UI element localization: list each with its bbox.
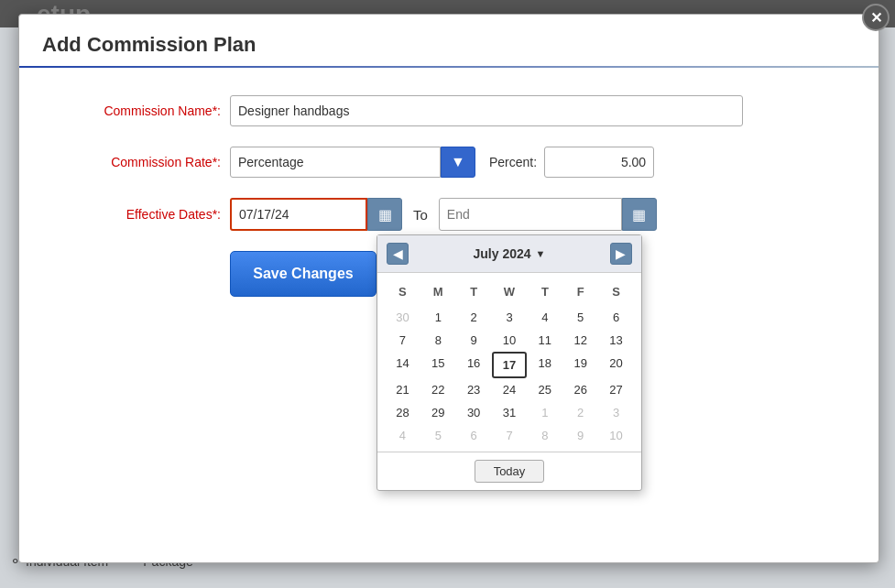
- day-header-m: M: [420, 282, 456, 301]
- cal-day[interactable]: 30: [456, 401, 492, 424]
- cal-day[interactable]: 16: [456, 352, 492, 378]
- cal-day[interactable]: 29: [420, 401, 456, 424]
- calendar-icon: ▦: [378, 206, 392, 223]
- cal-day[interactable]: 2: [456, 306, 492, 329]
- cal-day[interactable]: 27: [598, 378, 634, 401]
- form-area: Commission Name*: Commission Rate*: ▼ Pe…: [19, 86, 879, 306]
- end-date-input[interactable]: [439, 198, 622, 231]
- left-arrow-icon: ◀: [393, 246, 403, 261]
- cal-day[interactable]: 21: [385, 378, 420, 401]
- modal-divider: [19, 66, 879, 68]
- calendar-header: ◀ July 2024 ▼ ▶: [377, 235, 641, 273]
- cal-day[interactable]: 18: [527, 352, 562, 378]
- cal-day[interactable]: 24: [492, 378, 528, 401]
- month-year-text: July 2024: [474, 246, 531, 261]
- to-label: To: [413, 207, 428, 223]
- cal-day[interactable]: 22: [420, 378, 456, 401]
- day-header-t1: T: [456, 282, 492, 301]
- today-button[interactable]: Today: [475, 460, 545, 483]
- cal-day[interactable]: 2: [562, 401, 598, 424]
- cal-day[interactable]: 9: [456, 329, 492, 352]
- commission-name-row: Commission Name*:: [47, 95, 851, 126]
- cal-day[interactable]: 6: [456, 424, 492, 447]
- modal-title: Add Commission Plan: [19, 15, 879, 66]
- modal-dialog: ✕ Add Commission Plan Commission Name*: …: [18, 14, 879, 563]
- cal-day[interactable]: 15: [420, 352, 456, 378]
- day-header-s1: S: [385, 282, 420, 301]
- calendar-popup: ◀ July 2024 ▼ ▶ S M: [377, 234, 642, 491]
- cal-day[interactable]: 4: [527, 306, 562, 329]
- close-button[interactable]: ✕: [862, 4, 890, 31]
- cal-day[interactable]: 3: [598, 401, 634, 424]
- start-calendar-button[interactable]: ▦: [367, 198, 402, 231]
- save-changes-button[interactable]: Save Changes: [230, 251, 377, 297]
- dropdown-arrow-icon: ▼: [451, 154, 465, 170]
- month-year-title: July 2024 ▼: [474, 246, 546, 261]
- commission-rate-row: Commission Rate*: ▼ Percent:: [47, 147, 851, 178]
- rate-dropdown-button[interactable]: ▼: [441, 147, 475, 178]
- cal-day[interactable]: 19: [562, 352, 598, 378]
- day-header-f: F: [562, 282, 598, 301]
- days-header: S M T W T F S: [385, 278, 634, 306]
- cal-day[interactable]: 4: [385, 424, 420, 447]
- start-date-input[interactable]: [230, 198, 367, 231]
- effective-dates-row: Effective Dates*: ▦ To ▦: [47, 198, 851, 231]
- calendar-icon-2: ▦: [632, 206, 646, 223]
- next-month-button[interactable]: ▶: [610, 243, 632, 265]
- cal-day[interactable]: 10: [492, 329, 528, 352]
- cal-day[interactable]: 8: [527, 424, 562, 447]
- commission-name-label: Commission Name*:: [47, 103, 230, 118]
- cal-day[interactable]: 26: [562, 378, 598, 401]
- calendar-days: 30 1 2 3 4 5 6 7 8 9 10 11: [385, 306, 634, 447]
- close-icon: ✕: [870, 9, 882, 27]
- effective-dates-label: Effective Dates*:: [47, 207, 230, 222]
- cal-day[interactable]: 14: [385, 352, 420, 378]
- end-date-wrapper: ▦: [439, 198, 657, 231]
- cal-day[interactable]: 20: [598, 352, 634, 378]
- cal-day[interactable]: 28: [385, 401, 420, 424]
- cal-day[interactable]: 1: [420, 306, 456, 329]
- cal-day[interactable]: 7: [385, 329, 420, 352]
- cal-day[interactable]: 31: [492, 401, 528, 424]
- day-header-w: W: [492, 282, 528, 301]
- day-header-s2: S: [598, 282, 634, 301]
- end-calendar-button[interactable]: ▦: [622, 198, 657, 231]
- cal-day[interactable]: 3: [492, 306, 528, 329]
- cal-day[interactable]: 12: [562, 329, 598, 352]
- cal-day[interactable]: 5: [562, 306, 598, 329]
- month-dropdown-arrow-icon[interactable]: ▼: [536, 248, 546, 259]
- cal-day[interactable]: 13: [598, 329, 634, 352]
- cal-day[interactable]: 30: [385, 306, 420, 329]
- cal-day[interactable]: 7: [492, 424, 528, 447]
- cal-day[interactable]: 9: [562, 424, 598, 447]
- start-date-wrapper: ▦: [230, 198, 402, 231]
- today-button-row: Today: [377, 452, 641, 490]
- cal-day[interactable]: 25: [527, 378, 562, 401]
- prev-month-button[interactable]: ◀: [387, 243, 409, 265]
- cal-day[interactable]: 5: [420, 424, 456, 447]
- cal-day[interactable]: 6: [598, 306, 634, 329]
- cal-day-today[interactable]: 17: [492, 352, 528, 378]
- commission-rate-label: Commission Rate*:: [47, 155, 230, 169]
- dates-wrapper: ▦ To ▦ ◀ Jul: [230, 198, 657, 231]
- rate-select-wrapper: ▼ Percent:: [230, 147, 654, 178]
- commission-rate-input[interactable]: [230, 147, 441, 178]
- right-arrow-icon: ▶: [616, 246, 626, 261]
- cal-day[interactable]: 8: [420, 329, 456, 352]
- cal-day[interactable]: 10: [598, 424, 634, 447]
- calendar-grid: S M T W T F S 30 1 2: [377, 273, 641, 452]
- day-header-t2: T: [527, 282, 562, 301]
- percent-input[interactable]: [544, 147, 654, 178]
- percent-label: Percent:: [489, 155, 537, 169]
- cal-day[interactable]: 23: [456, 378, 492, 401]
- commission-name-input[interactable]: [230, 95, 743, 126]
- cal-day[interactable]: 11: [527, 329, 562, 352]
- cal-day[interactable]: 1: [527, 401, 562, 424]
